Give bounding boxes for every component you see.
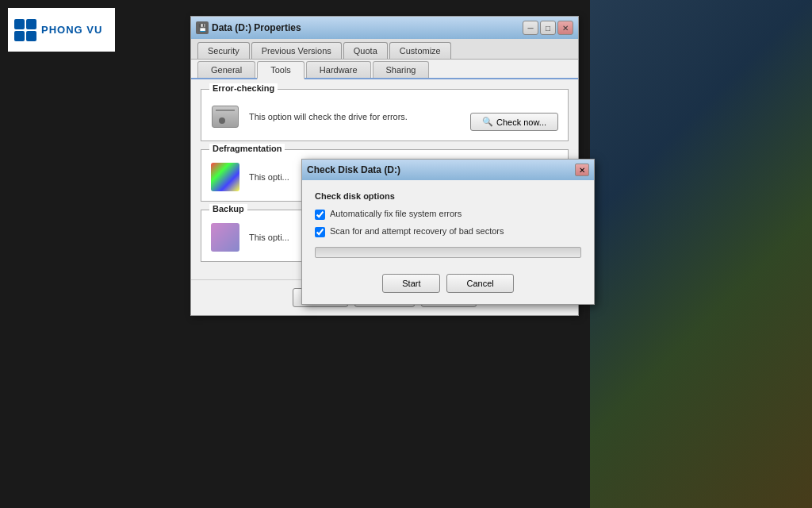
dialog-title: Check Disk Data (D:) xyxy=(307,164,400,175)
error-checking-content: This option will check the drive for err… xyxy=(211,102,558,131)
dialog-buttons: Start Cancel xyxy=(315,274,581,293)
background-gradient xyxy=(590,0,812,508)
tabs-row-2: General Tools Hardware Sharing xyxy=(191,60,578,79)
dialog-section-title: Check disk options xyxy=(315,191,581,201)
titlebar-controls: ─ □ ✕ xyxy=(523,21,573,35)
check-disk-dialog: Check Disk Data (D:) ✕ Check disk option… xyxy=(301,159,595,305)
dialog-content: Check disk options Automatically fix fil… xyxy=(302,180,594,304)
error-checking-text: This option will check the drive for err… xyxy=(249,112,461,121)
tab-sharing[interactable]: Sharing xyxy=(373,61,430,78)
logo-text: PHONG VU xyxy=(41,24,102,36)
error-checking-section: Error-checking This option will check th… xyxy=(201,89,569,141)
dialog-start-button[interactable]: Start xyxy=(382,274,440,293)
scan-recovery-label: Scan for and attempt recovery of bad sec… xyxy=(330,226,504,236)
maximize-button[interactable]: □ xyxy=(540,21,556,35)
tabs-row-1: Security Previous Versions Quota Customi… xyxy=(191,39,578,60)
dialog-cancel-button[interactable]: Cancel xyxy=(446,274,513,293)
backup-icon-wrapper xyxy=(211,223,239,252)
progress-bar xyxy=(315,247,581,258)
phong-vu-logo: PHONG VU xyxy=(8,8,115,52)
disk-icon-wrapper xyxy=(211,102,239,131)
properties-title: Data (D:) Properties xyxy=(212,22,301,33)
auto-fix-label: Automatically fix file system errors xyxy=(330,209,462,218)
auto-fix-checkbox[interactable] xyxy=(315,210,325,220)
tab-security[interactable]: Security xyxy=(197,42,250,59)
check-now-label: Check now... xyxy=(496,117,546,127)
minimize-button[interactable]: ─ xyxy=(523,21,538,35)
tab-general[interactable]: General xyxy=(197,61,255,78)
defrag-icon xyxy=(211,163,239,191)
titlebar-left: 💾 Data (D:) Properties xyxy=(196,21,301,34)
defrag-icon-wrapper xyxy=(211,163,239,191)
check-now-button[interactable]: 🔍 Check now... xyxy=(470,113,558,131)
dialog-titlebar: Check Disk Data (D:) ✕ xyxy=(302,160,594,180)
defragmentation-title: Defragmentation xyxy=(209,144,285,153)
tab-previous-versions[interactable]: Previous Versions xyxy=(251,42,342,59)
tab-hardware[interactable]: Hardware xyxy=(306,61,371,78)
tab-quota[interactable]: Quota xyxy=(343,42,388,59)
dialog-close-button[interactable]: ✕ xyxy=(575,164,589,176)
logo-icon xyxy=(14,19,36,41)
window-icon: 💾 xyxy=(196,21,209,34)
scan-recovery-checkbox[interactable] xyxy=(315,227,325,237)
tab-customize[interactable]: Customize xyxy=(389,42,451,59)
error-checking-title: Error-checking xyxy=(209,83,278,93)
close-button[interactable]: ✕ xyxy=(557,21,573,35)
check-now-icon: 🔍 xyxy=(482,117,493,127)
backup-icon xyxy=(211,223,239,252)
properties-titlebar: 💾 Data (D:) Properties ─ □ ✕ xyxy=(191,17,578,39)
checkbox-row-1: Automatically fix file system errors xyxy=(315,209,581,220)
backup-title: Backup xyxy=(209,204,247,214)
checkbox-row-2: Scan for and attempt recovery of bad sec… xyxy=(315,226,581,237)
disk-icon xyxy=(212,106,239,128)
tab-tools[interactable]: Tools xyxy=(257,61,304,79)
